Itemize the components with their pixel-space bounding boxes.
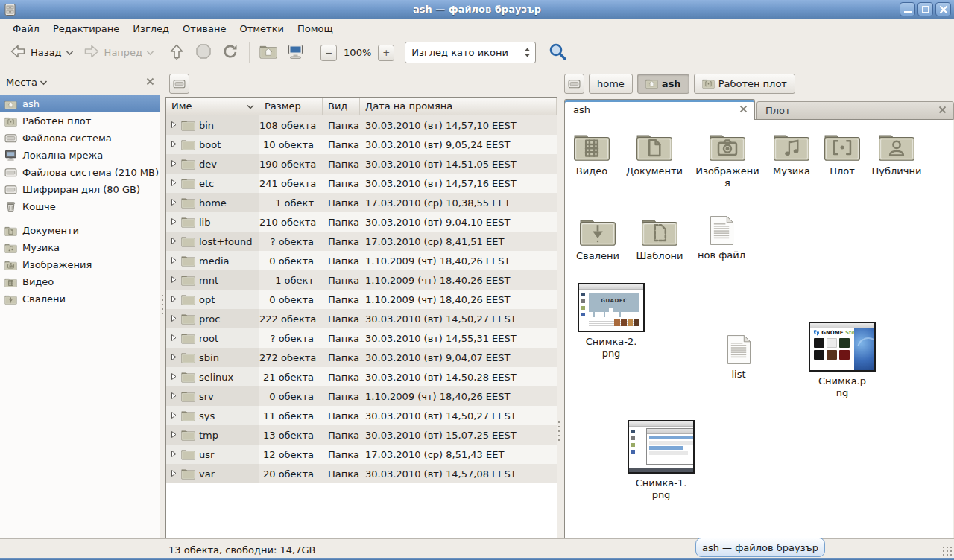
back-dropdown-icon[interactable]: [66, 47, 74, 58]
tab-close-icon[interactable]: [938, 105, 947, 116]
sidebar-item-музика[interactable]: Музика: [0, 239, 160, 256]
tree-row-root[interactable]: root? обектаПапка30.03.2010 (вт) 14,55,3…: [166, 328, 557, 348]
file-item-видео[interactable]: Видео: [558, 130, 625, 177]
resize-grip[interactable]: [942, 546, 953, 556]
sidebar-item-файлова-система[interactable]: Файлова система: [0, 130, 160, 147]
expander-icon[interactable]: [170, 372, 177, 383]
sidebar-item-документи[interactable]: Документи: [0, 222, 160, 239]
minimize-button[interactable]: [900, 2, 915, 16]
expander-icon[interactable]: [170, 236, 177, 247]
maximize-button[interactable]: [917, 2, 933, 16]
sidebar-item-файлова-система-210-mb-[interactable]: Файлова система (210 MB): [0, 164, 160, 181]
tree-row-srv[interactable]: srv0 обектаПапка1.10.2009 (чт) 18,40,26 …: [166, 386, 557, 406]
tree-row-boot[interactable]: boot10 обектаПапка30.03.2010 (вт) 9,05,2…: [166, 135, 557, 154]
menu-6[interactable]: Помощ: [291, 22, 340, 36]
tab-плот[interactable]: Плот: [756, 101, 954, 120]
breadcrumb-button-ash[interactable]: ash: [637, 74, 689, 94]
tree-row-mnt[interactable]: mnt1 обектПапка1.10.2009 (чт) 18,40,26 E…: [166, 270, 557, 290]
sidebar-item-работен-плот[interactable]: Работен плот: [0, 112, 160, 130]
up-button[interactable]: [163, 39, 190, 66]
sidebar-item-изображения[interactable]: Изображения: [0, 256, 160, 273]
file-item-нов-файл[interactable]: нов файл: [688, 215, 755, 261]
expander-icon[interactable]: [170, 410, 177, 421]
tree-row-lost+found[interactable]: lost+found? обектаПапка17.03.2010 (ср) 8…: [166, 232, 557, 251]
tree-row-var[interactable]: var20 обектаПапка30.03.2010 (вт) 14,57,0…: [166, 464, 557, 483]
expander-icon[interactable]: [170, 178, 177, 189]
tree-row-proc[interactable]: proc222 обектаПапка30.03.2010 (вт) 14,50…: [166, 309, 557, 328]
computer-button[interactable]: [282, 39, 309, 66]
expander-icon[interactable]: [170, 391, 177, 402]
filesystem-root-button[interactable]: [169, 74, 189, 94]
zoom-out-button[interactable]: −: [320, 45, 337, 61]
expander-icon[interactable]: [170, 120, 177, 131]
file-item-публични[interactable]: Публични: [863, 130, 930, 177]
expander-icon[interactable]: [170, 468, 177, 480]
tree-row-bin[interactable]: bin108 обектаПапка30.03.2010 (вт) 14,57,…: [166, 115, 557, 135]
expander-icon[interactable]: [170, 255, 177, 267]
tab-close-icon[interactable]: [739, 104, 748, 115]
menu-4[interactable]: Отиване: [176, 22, 233, 36]
tree-row-usr[interactable]: usr12 обектаПапка17.03.2010 (ср) 8,51,43…: [166, 445, 557, 464]
tree-row-dev[interactable]: dev190 обектаПапка30.03.2010 (вт) 14,51,…: [166, 154, 557, 174]
breadcrumb-root-button[interactable]: [564, 74, 584, 94]
forward-button[interactable]: Напред: [78, 39, 159, 66]
back-button[interactable]: Назад: [4, 39, 78, 66]
expander-icon[interactable]: [170, 333, 177, 344]
menu-1[interactable]: Файл: [6, 22, 46, 36]
sidebar-item-видео[interactable]: Видео: [0, 273, 160, 290]
file-item-снимка-png[interactable]: 👣 GNOME Store Снимка.png: [809, 322, 876, 399]
tree-row-lib[interactable]: lib210 обектаПапка30.03.2010 (вт) 9,04,1…: [166, 212, 557, 232]
sidebar-item-ash[interactable]: ash: [0, 95, 160, 112]
expander-icon[interactable]: [170, 139, 177, 150]
expander-icon[interactable]: [170, 197, 177, 209]
sidebar-item-кошче[interactable]: Кошче: [0, 198, 160, 215]
expander-icon[interactable]: [170, 314, 177, 325]
tree-row-home[interactable]: home1 обектПапка17.03.2010 (ср) 10,38,55…: [166, 193, 557, 212]
file-item-list[interactable]: list: [705, 334, 772, 381]
sidebar-close-icon[interactable]: [146, 77, 154, 88]
expander-icon[interactable]: [170, 275, 177, 286]
file-item-изображения[interactable]: Изображения: [694, 130, 761, 189]
zoom-in-button[interactable]: +: [378, 45, 394, 61]
breadcrumb-button-home[interactable]: home: [589, 74, 633, 94]
tree-row-media[interactable]: media0 обектаПапка1.10.2009 (чт) 18,40,2…: [166, 251, 557, 270]
view-mode-select[interactable]: Изглед като икони: [405, 42, 536, 63]
home-button[interactable]: [255, 40, 282, 65]
sidebar-item-свалени[interactable]: Свалени: [0, 290, 160, 308]
file-item-снимка-1-png[interactable]: Снимка-1.png: [628, 420, 695, 501]
column-header-4[interactable]: Дата на промяна: [360, 98, 557, 115]
search-button[interactable]: [545, 39, 570, 66]
tab-ash[interactable]: ash: [564, 99, 755, 120]
tree-row-tmp[interactable]: tmp13 обектаПапка30.03.2010 (вт) 15,07,2…: [166, 425, 557, 445]
column-header-3[interactable]: Вид: [323, 98, 360, 115]
reload-button[interactable]: [217, 39, 244, 66]
expander-icon[interactable]: [170, 449, 177, 460]
breadcrumb-button-работен-плот[interactable]: Работен плот: [694, 74, 795, 94]
icon-view[interactable]: Видео Документи Изображения Музика Плот …: [564, 119, 953, 538]
sidebar-item-локална-мрежа[interactable]: Локална мрежа: [0, 147, 160, 164]
tree-row-sys[interactable]: sys11 обектаПапка30.03.2010 (вт) 14,50,2…: [166, 406, 557, 425]
sidebar-selector-chevron-icon[interactable]: [40, 77, 48, 88]
column-header-2[interactable]: Размер: [259, 98, 323, 115]
titlebar[interactable]: ash — файлов браузър: [0, 0, 954, 19]
tree-row-opt[interactable]: opt0 обектаПапка1.10.2009 (чт) 18,40,26 …: [166, 290, 557, 309]
menu-3[interactable]: Изглед: [126, 22, 176, 36]
tree-row-etc[interactable]: etc241 обектаПапка30.03.2010 (вт) 14,57,…: [166, 174, 557, 193]
file-item-документи[interactable]: Документи: [621, 130, 688, 177]
expander-icon[interactable]: [170, 352, 177, 363]
file-item-шаблони[interactable]: Шаблони: [626, 215, 693, 262]
expander-icon[interactable]: [170, 159, 177, 170]
menu-2[interactable]: Редактиране: [46, 22, 126, 36]
close-button[interactable]: [935, 2, 951, 16]
file-item-свалени[interactable]: Свалени: [564, 215, 631, 262]
expander-icon[interactable]: [170, 294, 177, 305]
pane-divider[interactable]: [160, 70, 165, 538]
column-header-1[interactable]: Име: [166, 98, 259, 115]
expander-icon[interactable]: [170, 430, 177, 441]
file-item-снимка-2-png[interactable]: GUADEC Снимка-2.png: [578, 283, 645, 360]
tree-row-selinux[interactable]: selinux21 обектаПапка30.03.2010 (вт) 14,…: [166, 367, 557, 386]
expander-icon[interactable]: [170, 217, 177, 228]
tree-row-sbin[interactable]: sbin272 обектаПапка30.03.2010 (вт) 9,04,…: [166, 348, 557, 367]
menu-5[interactable]: Отметки: [233, 22, 290, 36]
stop-button[interactable]: [190, 39, 217, 66]
